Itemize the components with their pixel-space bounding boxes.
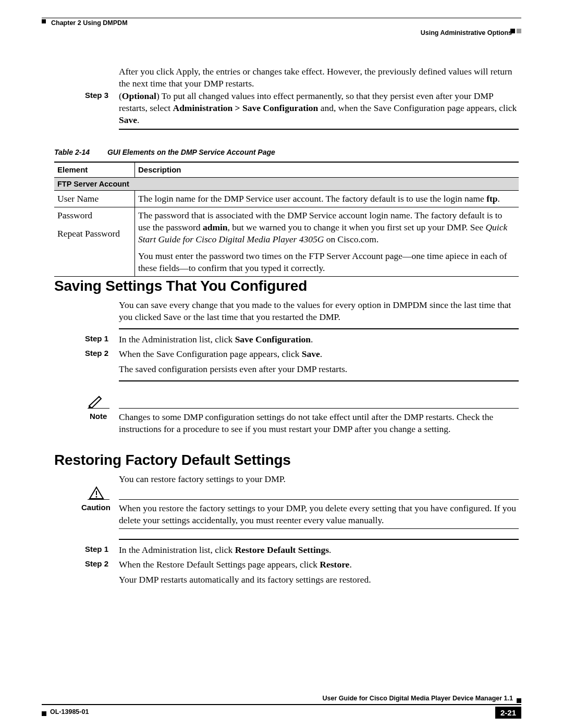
step-label: Step 3	[85, 90, 108, 101]
table-cell: Password	[54, 207, 135, 226]
bold: Restore	[320, 559, 349, 570]
table-cell: The password that is associated with the…	[135, 207, 519, 277]
text: , but we warned you to change it when yo…	[228, 222, 486, 232]
spec-table: Element Description FTP Server Account U…	[54, 162, 519, 277]
step-label: Step 2	[85, 559, 108, 569]
paragraph: After you click Apply, the entries or ch…	[119, 66, 519, 90]
bold: Save Configuration	[235, 334, 311, 344]
header-square-left	[42, 19, 46, 23]
square-icon	[517, 698, 521, 703]
text: The login name for the DMP Service user …	[138, 193, 486, 204]
rule	[119, 380, 519, 381]
step-body: When the Restore Default Settings page a…	[119, 559, 519, 571]
section-heading: Restoring Factory Default Settings	[54, 451, 291, 470]
paragraph: You can save every change that you made …	[119, 299, 519, 323]
text: .	[311, 334, 313, 344]
note-text: Changes to some DMP configuration settin…	[119, 411, 519, 435]
step-label: Step 2	[85, 348, 108, 359]
text: In the Administration list, click	[119, 334, 235, 344]
table-caption: Table 2-14GUI Elements on the DMP Servic…	[54, 147, 275, 157]
text: .	[329, 545, 331, 555]
text: .	[320, 349, 322, 359]
caution-label: Caution	[81, 502, 111, 513]
text: When the Save Configuration page appears…	[119, 349, 302, 359]
page-number: 2-21	[495, 707, 521, 719]
table-cell: The login name for the DMP Service user …	[135, 191, 519, 207]
bold: Optional	[122, 91, 156, 101]
footer-rule	[42, 704, 521, 705]
rule	[119, 528, 519, 529]
table-cell: User Name	[54, 191, 135, 207]
table-header: Element	[54, 162, 135, 177]
rule	[119, 328, 519, 329]
pencil-icon	[88, 394, 103, 408]
page: Chapter 2 Using DMPDM Using Administrati…	[0, 0, 563, 728]
header-section: Using Administrative Options	[421, 29, 512, 37]
rule	[119, 408, 519, 409]
bold: Administration > Save Configuration	[173, 103, 319, 113]
bold: Save	[302, 349, 320, 359]
header-squares-right	[510, 29, 521, 33]
header-rule	[42, 18, 521, 18]
table-section: FTP Server Account	[54, 177, 519, 191]
text: You must enter the password two times on…	[138, 250, 516, 274]
bold: ftp	[486, 193, 497, 204]
square-icon	[42, 711, 46, 716]
text: and, when the Save Configuration page ap…	[318, 103, 517, 113]
note-underline	[88, 408, 109, 409]
rule	[119, 129, 519, 130]
text: .	[349, 559, 351, 570]
rule	[119, 539, 519, 540]
caution-text: When you restore the factory settings to…	[119, 502, 519, 526]
step-label: Step 1	[85, 334, 108, 344]
note-label: Note	[90, 411, 107, 422]
step-body: In the Administration list, click Restor…	[119, 544, 519, 556]
square-icon	[510, 29, 515, 33]
warning-icon	[89, 486, 104, 500]
table-cell: Repeat Password	[54, 226, 135, 277]
text: .	[137, 115, 139, 125]
step-body: In the Administration list, click Save C…	[119, 334, 519, 346]
footer-guide: User Guide for Cisco Digital Media Playe…	[323, 694, 513, 702]
caption-title: GUI Elements on the DMP Service Account …	[107, 148, 275, 156]
table-header: Description	[135, 162, 519, 177]
caution-underline	[88, 499, 109, 500]
step-body: When the Save Configuration page appears…	[119, 348, 519, 360]
text: .	[498, 193, 500, 204]
step-label: Step 1	[85, 544, 108, 554]
svg-point-1	[96, 496, 97, 498]
text: When the Restore Default Settings page a…	[119, 559, 320, 570]
square-icon	[517, 29, 521, 33]
paragraph: You can restore factory settings to your…	[119, 473, 519, 485]
bold: admin	[203, 222, 228, 232]
text: on Cisco.com.	[324, 234, 378, 244]
caption-number: Table 2-14	[54, 148, 107, 156]
rule	[119, 499, 519, 500]
bold: Restore Default Settings	[235, 545, 329, 555]
bold: Save	[119, 115, 137, 125]
paragraph: The saved configuration persists even af…	[119, 363, 519, 375]
footer-ol: OL-13985-01	[50, 708, 89, 716]
text: In the Administration list, click	[119, 545, 235, 555]
paragraph: Your DMP restarts automatically and its …	[119, 574, 519, 586]
step-body: (Optional) To put all changed values int…	[119, 90, 519, 126]
section-heading: Saving Settings That You Configured	[54, 277, 307, 295]
header-chapter: Chapter 2 Using DMPDM	[51, 19, 128, 27]
